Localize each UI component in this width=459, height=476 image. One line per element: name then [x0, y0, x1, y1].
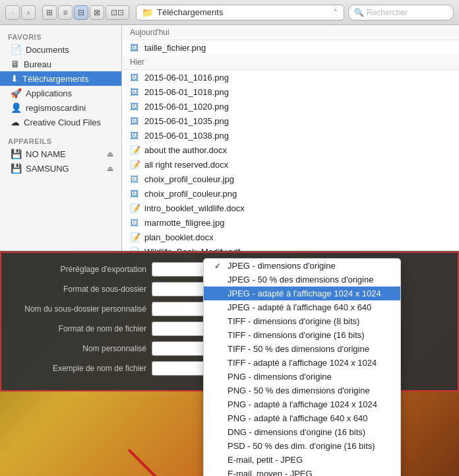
- dropdown-item-email-moyen[interactable]: E-mail, moyen - JPEG: [204, 467, 400, 476]
- file-name: 2015-06-01_1038.png: [144, 131, 229, 141]
- file-type-icon: 🖼: [130, 116, 140, 126]
- file-name: about the author.docx: [144, 145, 227, 155]
- sidebar-item-label: Applications: [26, 88, 72, 98]
- file-item[interactable]: 📝 intro_booklet_wildlife.docx: [122, 201, 459, 215]
- sidebar-item-bureau[interactable]: 🖥 Bureau: [0, 57, 121, 71]
- file-type-icon: 📝: [130, 160, 140, 170]
- sidebar-item-label: SAMSUNG: [26, 164, 69, 174]
- file-item[interactable]: 🖼 2015-06-01_1018.png: [122, 85, 459, 99]
- file-list: Aujourd'hui 🖼 taille_fichier.png Hier 🖼 …: [122, 25, 459, 251]
- sidebar-item-telechargements[interactable]: ⬇ Téléchargements: [0, 71, 121, 86]
- sidebar-item-documents[interactable]: 📄 Documents: [0, 42, 121, 57]
- file-item[interactable]: 📝 all right reserved.docx: [122, 157, 459, 172]
- download-icon: ⬇: [11, 73, 18, 84]
- exemple-label: Exemple de nom de fichier: [15, 364, 146, 373]
- file-name: 2015-06-01_1018.png: [144, 87, 229, 97]
- sidebar-item-label: Creative Cloud Files: [24, 118, 101, 127]
- file-name: taille_fichier.png: [144, 43, 206, 53]
- nom-sous-dossier-label: Nom du sous-dossier personnalisé: [15, 304, 146, 314]
- file-item[interactable]: 🖼 2015-06-01_1035.png: [122, 114, 459, 128]
- file-type-icon: 🖼: [130, 174, 140, 184]
- file-name: 2015-06-01_1016.png: [144, 73, 229, 83]
- file-item[interactable]: 🖼 2015-06-01_1016.png: [122, 70, 459, 85]
- sidebar-item-label: Documents: [26, 45, 69, 55]
- dropdown-item-jpeg-50[interactable]: JPEG - 50 % des dimensions d'origine: [204, 273, 400, 287]
- file-name: all right reserved.docx: [144, 160, 228, 170]
- back-button[interactable]: ‹: [5, 5, 20, 20]
- nom-personnalise-label: Nom personnalisé: [15, 344, 146, 353]
- dropdown-item-png-origine[interactable]: PNG - dimensions d'origine: [204, 370, 400, 384]
- nav-buttons: ‹ ›: [5, 5, 36, 20]
- dropdown-item-png-50[interactable]: PNG - 50 % des dimensions d'origine: [204, 384, 400, 397]
- forward-button[interactable]: ›: [21, 5, 36, 20]
- sidebar-item-samsung[interactable]: 💾 SAMSUNG ⏏: [0, 161, 121, 176]
- search-box[interactable]: 🔍 Rechercher: [348, 5, 454, 20]
- sidebar-item-applications[interactable]: 🚀 Applications: [0, 86, 121, 100]
- sidebar-item-label: Bureau: [24, 59, 51, 69]
- dropdown-item-png-640[interactable]: PNG - adapté à l'affichage 640 x 640: [204, 411, 400, 425]
- file-type-icon: 🖼: [130, 73, 140, 83]
- eject-samsung[interactable]: ⏏: [107, 164, 113, 173]
- view-extra-button[interactable]: ⊡⊡: [106, 5, 129, 20]
- path-control[interactable]: 📁 Téléchargements ⌃: [136, 5, 344, 20]
- eject-no-name[interactable]: ⏏: [107, 150, 113, 158]
- section-header-yesterday: Hier: [122, 55, 459, 70]
- file-item[interactable]: 🖼 2015-06-01_1020.png: [122, 99, 459, 114]
- drive-samsung-icon: 💾: [11, 163, 22, 174]
- file-type-icon: 🖼: [130, 131, 140, 141]
- folder-icon: 📁: [142, 7, 153, 18]
- view-icon-button[interactable]: ⊞: [42, 5, 57, 20]
- path-label: Téléchargements: [157, 7, 223, 17]
- file-item[interactable]: 🖼 marmotte_filigree.jpg: [122, 215, 459, 230]
- file-name: 2015-06-01_1035.png: [144, 116, 229, 126]
- toolbar: ‹ › ⊞ ≡ ⊟ ⊠ ⊡⊡ 📁 Téléchargements ⌃ 🔍 Rec…: [0, 0, 459, 25]
- file-item[interactable]: 📝 plan_booklet.docx: [122, 230, 459, 244]
- view-cover-button[interactable]: ⊠: [90, 5, 104, 20]
- sidebar-item-label: NO NAME: [26, 149, 66, 159]
- view-column-button[interactable]: ⊟: [74, 5, 88, 20]
- file-item[interactable]: 🖼 2015-06-01_1038.png: [122, 128, 459, 143]
- dropdown-item-jpeg-1024[interactable]: JPEG - adapté à l'affichage 1024 x 1024: [204, 287, 400, 300]
- user-icon: 👤: [11, 102, 22, 113]
- dropdown-item-jpeg-640[interactable]: JPEG - adapté à l'affichage 640 x 640: [204, 300, 400, 314]
- file-type-icon: 🖼: [130, 218, 140, 228]
- dropdown-item-tiff-16[interactable]: TIFF - dimensions d'origine (16 bits): [204, 328, 400, 342]
- dropdown-item-tiff-50[interactable]: TIFF - 50 % des dimensions d'origine: [204, 342, 400, 356]
- sidebar-item-label: regismoscardini: [26, 103, 86, 113]
- dropdown-item-tiff-1024[interactable]: TIFF - adapté à l'affichage 1024 x 1024: [204, 356, 400, 370]
- file-item[interactable]: 📄 Wildlife_Book_Modify.pdf: [122, 244, 459, 251]
- dropdown-item-dng-16[interactable]: DNG - dimensions d'origine (16 bits): [204, 425, 400, 439]
- bureau-icon: 🖥: [11, 59, 20, 69]
- file-name: choix_profil_couleur.jpg: [144, 174, 234, 184]
- view-buttons: ⊞ ≡ ⊟ ⊠ ⊡⊡: [42, 5, 129, 20]
- file-name: plan_booklet.docx: [144, 232, 214, 242]
- view-list-button[interactable]: ≡: [58, 5, 73, 20]
- file-type-icon: 🖼: [130, 87, 140, 97]
- dropdown-item-jpeg-origine[interactable]: JPEG - dimensions d'origine: [204, 259, 400, 273]
- format-sous-dossier-label: Format de sous-dossier: [15, 285, 146, 294]
- sidebar-item-no-name[interactable]: 💾 NO NAME ⏏: [0, 147, 121, 161]
- path-dropdown-arrow: ⌃: [332, 8, 338, 17]
- documents-icon: 📄: [11, 44, 22, 55]
- format-nom-fichier-label: Format de nom de fichier: [15, 324, 146, 333]
- file-item[interactable]: 📝 about the author.docx: [122, 143, 459, 157]
- search-placeholder: Rechercher: [367, 8, 408, 17]
- dropdown-item-email-petit[interactable]: E-mail, petit - JPEG: [204, 453, 400, 467]
- file-type-icon: 📝: [130, 145, 140, 155]
- file-type-icon: 🖼: [130, 189, 140, 199]
- main-area: Favoris 📄 Documents 🖥 Bureau ⬇ Télécharg…: [0, 25, 459, 251]
- sidebar-appareils-label: Appareils: [0, 135, 121, 147]
- dropdown-item-psd-50-16[interactable]: PSD - 50 % des dim. d'origine (16 bits): [204, 439, 400, 453]
- bottom-panel: Préréglage d'exportation ▼ Format de sou…: [0, 251, 459, 476]
- sidebar-item-creative-cloud[interactable]: ☁ Creative Cloud Files: [0, 115, 121, 129]
- file-type-icon: 🖼: [130, 43, 140, 53]
- file-name: 2015-06-01_1020.png: [144, 102, 229, 112]
- dropdown-item-tiff-8[interactable]: TIFF - dimensions d'origine (8 bits): [204, 314, 400, 328]
- sidebar-item-user[interactable]: 👤 regismoscardini: [0, 100, 121, 115]
- section-header-today: Aujourd'hui: [122, 25, 459, 40]
- file-item[interactable]: 🖼 taille_fichier.png: [122, 40, 459, 55]
- file-item[interactable]: 🖼 choix_profil_couleur.png: [122, 186, 459, 201]
- dropdown-item-png-1024[interactable]: PNG - adapté à l'affichage 1024 x 1024: [204, 397, 400, 411]
- file-name: marmotte_filigree.jpg: [144, 218, 224, 228]
- file-item[interactable]: 🖼 choix_profil_couleur.jpg: [122, 172, 459, 186]
